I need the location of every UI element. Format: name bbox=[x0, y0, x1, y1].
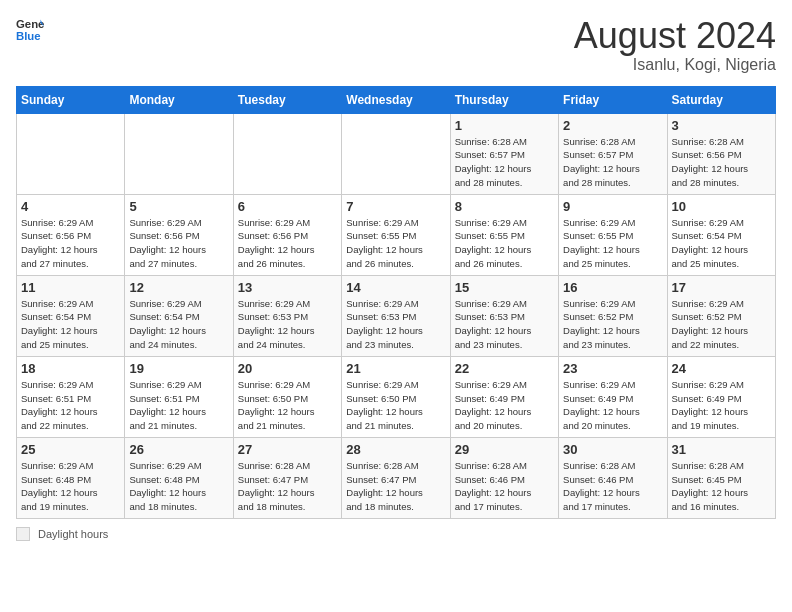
calendar-week-4: 18Sunrise: 6:29 AMSunset: 6:51 PMDayligh… bbox=[17, 356, 776, 437]
calendar-cell bbox=[342, 113, 450, 194]
calendar-cell: 23Sunrise: 6:29 AMSunset: 6:49 PMDayligh… bbox=[559, 356, 667, 437]
day-info: Sunrise: 6:29 AMSunset: 6:55 PMDaylight:… bbox=[346, 216, 445, 271]
day-number: 6 bbox=[238, 199, 337, 214]
day-number: 1 bbox=[455, 118, 554, 133]
calendar-cell: 20Sunrise: 6:29 AMSunset: 6:50 PMDayligh… bbox=[233, 356, 341, 437]
calendar-cell: 28Sunrise: 6:28 AMSunset: 6:47 PMDayligh… bbox=[342, 437, 450, 518]
day-number: 14 bbox=[346, 280, 445, 295]
calendar-week-3: 11Sunrise: 6:29 AMSunset: 6:54 PMDayligh… bbox=[17, 275, 776, 356]
calendar-cell: 12Sunrise: 6:29 AMSunset: 6:54 PMDayligh… bbox=[125, 275, 233, 356]
calendar-cell: 24Sunrise: 6:29 AMSunset: 6:49 PMDayligh… bbox=[667, 356, 775, 437]
day-info: Sunrise: 6:29 AMSunset: 6:49 PMDaylight:… bbox=[563, 378, 662, 433]
day-info: Sunrise: 6:28 AMSunset: 6:57 PMDaylight:… bbox=[563, 135, 662, 190]
calendar-cell bbox=[125, 113, 233, 194]
day-number: 15 bbox=[455, 280, 554, 295]
day-number: 23 bbox=[563, 361, 662, 376]
day-info: Sunrise: 6:29 AMSunset: 6:56 PMDaylight:… bbox=[238, 216, 337, 271]
day-number: 20 bbox=[238, 361, 337, 376]
col-header-wednesday: Wednesday bbox=[342, 86, 450, 113]
day-number: 11 bbox=[21, 280, 120, 295]
calendar-cell: 30Sunrise: 6:28 AMSunset: 6:46 PMDayligh… bbox=[559, 437, 667, 518]
calendar-cell: 10Sunrise: 6:29 AMSunset: 6:54 PMDayligh… bbox=[667, 194, 775, 275]
calendar-cell: 21Sunrise: 6:29 AMSunset: 6:50 PMDayligh… bbox=[342, 356, 450, 437]
day-info: Sunrise: 6:29 AMSunset: 6:49 PMDaylight:… bbox=[455, 378, 554, 433]
logo: General Blue bbox=[16, 16, 44, 44]
day-number: 19 bbox=[129, 361, 228, 376]
day-number: 16 bbox=[563, 280, 662, 295]
day-info: Sunrise: 6:28 AMSunset: 6:46 PMDaylight:… bbox=[563, 459, 662, 514]
day-number: 21 bbox=[346, 361, 445, 376]
calendar-cell: 25Sunrise: 6:29 AMSunset: 6:48 PMDayligh… bbox=[17, 437, 125, 518]
col-header-saturday: Saturday bbox=[667, 86, 775, 113]
day-info: Sunrise: 6:29 AMSunset: 6:54 PMDaylight:… bbox=[672, 216, 771, 271]
day-number: 22 bbox=[455, 361, 554, 376]
day-info: Sunrise: 6:29 AMSunset: 6:49 PMDaylight:… bbox=[672, 378, 771, 433]
day-number: 30 bbox=[563, 442, 662, 457]
day-info: Sunrise: 6:29 AMSunset: 6:54 PMDaylight:… bbox=[21, 297, 120, 352]
day-number: 5 bbox=[129, 199, 228, 214]
day-info: Sunrise: 6:29 AMSunset: 6:52 PMDaylight:… bbox=[672, 297, 771, 352]
calendar-cell: 13Sunrise: 6:29 AMSunset: 6:53 PMDayligh… bbox=[233, 275, 341, 356]
calendar-cell: 31Sunrise: 6:28 AMSunset: 6:45 PMDayligh… bbox=[667, 437, 775, 518]
day-info: Sunrise: 6:29 AMSunset: 6:51 PMDaylight:… bbox=[21, 378, 120, 433]
day-number: 28 bbox=[346, 442, 445, 457]
calendar-cell: 4Sunrise: 6:29 AMSunset: 6:56 PMDaylight… bbox=[17, 194, 125, 275]
day-number: 31 bbox=[672, 442, 771, 457]
day-info: Sunrise: 6:29 AMSunset: 6:56 PMDaylight:… bbox=[21, 216, 120, 271]
calendar-cell: 8Sunrise: 6:29 AMSunset: 6:55 PMDaylight… bbox=[450, 194, 558, 275]
month-year: August 2024 bbox=[574, 16, 776, 56]
location: Isanlu, Kogi, Nigeria bbox=[574, 56, 776, 74]
logo-icon: General Blue bbox=[16, 16, 44, 44]
day-number: 13 bbox=[238, 280, 337, 295]
day-number: 12 bbox=[129, 280, 228, 295]
calendar-cell: 16Sunrise: 6:29 AMSunset: 6:52 PMDayligh… bbox=[559, 275, 667, 356]
calendar-cell: 29Sunrise: 6:28 AMSunset: 6:46 PMDayligh… bbox=[450, 437, 558, 518]
calendar-cell: 5Sunrise: 6:29 AMSunset: 6:56 PMDaylight… bbox=[125, 194, 233, 275]
page-header: General Blue August 2024 Isanlu, Kogi, N… bbox=[16, 16, 776, 74]
calendar-cell: 27Sunrise: 6:28 AMSunset: 6:47 PMDayligh… bbox=[233, 437, 341, 518]
calendar-week-2: 4Sunrise: 6:29 AMSunset: 6:56 PMDaylight… bbox=[17, 194, 776, 275]
day-number: 24 bbox=[672, 361, 771, 376]
day-info: Sunrise: 6:29 AMSunset: 6:56 PMDaylight:… bbox=[129, 216, 228, 271]
day-number: 3 bbox=[672, 118, 771, 133]
calendar-cell bbox=[233, 113, 341, 194]
day-info: Sunrise: 6:28 AMSunset: 6:56 PMDaylight:… bbox=[672, 135, 771, 190]
calendar-cell: 22Sunrise: 6:29 AMSunset: 6:49 PMDayligh… bbox=[450, 356, 558, 437]
col-header-sunday: Sunday bbox=[17, 86, 125, 113]
day-number: 18 bbox=[21, 361, 120, 376]
calendar-cell: 17Sunrise: 6:29 AMSunset: 6:52 PMDayligh… bbox=[667, 275, 775, 356]
day-info: Sunrise: 6:28 AMSunset: 6:47 PMDaylight:… bbox=[346, 459, 445, 514]
day-info: Sunrise: 6:29 AMSunset: 6:50 PMDaylight:… bbox=[346, 378, 445, 433]
day-info: Sunrise: 6:28 AMSunset: 6:46 PMDaylight:… bbox=[455, 459, 554, 514]
calendar-cell: 1Sunrise: 6:28 AMSunset: 6:57 PMDaylight… bbox=[450, 113, 558, 194]
day-number: 9 bbox=[563, 199, 662, 214]
footer: Daylight hours bbox=[16, 527, 776, 541]
calendar-cell: 11Sunrise: 6:29 AMSunset: 6:54 PMDayligh… bbox=[17, 275, 125, 356]
day-info: Sunrise: 6:29 AMSunset: 6:53 PMDaylight:… bbox=[455, 297, 554, 352]
day-number: 25 bbox=[21, 442, 120, 457]
calendar-cell: 14Sunrise: 6:29 AMSunset: 6:53 PMDayligh… bbox=[342, 275, 450, 356]
day-info: Sunrise: 6:29 AMSunset: 6:50 PMDaylight:… bbox=[238, 378, 337, 433]
day-number: 7 bbox=[346, 199, 445, 214]
daylight-label: Daylight hours bbox=[38, 528, 108, 540]
calendar-cell: 7Sunrise: 6:29 AMSunset: 6:55 PMDaylight… bbox=[342, 194, 450, 275]
svg-text:General: General bbox=[16, 18, 44, 30]
daylight-box bbox=[16, 527, 30, 541]
svg-text:Blue: Blue bbox=[16, 30, 41, 42]
day-number: 4 bbox=[21, 199, 120, 214]
calendar-cell: 6Sunrise: 6:29 AMSunset: 6:56 PMDaylight… bbox=[233, 194, 341, 275]
calendar-cell: 26Sunrise: 6:29 AMSunset: 6:48 PMDayligh… bbox=[125, 437, 233, 518]
day-info: Sunrise: 6:28 AMSunset: 6:57 PMDaylight:… bbox=[455, 135, 554, 190]
day-info: Sunrise: 6:29 AMSunset: 6:53 PMDaylight:… bbox=[346, 297, 445, 352]
day-info: Sunrise: 6:29 AMSunset: 6:48 PMDaylight:… bbox=[129, 459, 228, 514]
day-info: Sunrise: 6:29 AMSunset: 6:54 PMDaylight:… bbox=[129, 297, 228, 352]
title-area: August 2024 Isanlu, Kogi, Nigeria bbox=[574, 16, 776, 74]
col-header-thursday: Thursday bbox=[450, 86, 558, 113]
day-info: Sunrise: 6:29 AMSunset: 6:48 PMDaylight:… bbox=[21, 459, 120, 514]
calendar-week-5: 25Sunrise: 6:29 AMSunset: 6:48 PMDayligh… bbox=[17, 437, 776, 518]
day-number: 2 bbox=[563, 118, 662, 133]
calendar-cell: 15Sunrise: 6:29 AMSunset: 6:53 PMDayligh… bbox=[450, 275, 558, 356]
day-number: 26 bbox=[129, 442, 228, 457]
calendar-cell bbox=[17, 113, 125, 194]
calendar-header-row: SundayMondayTuesdayWednesdayThursdayFrid… bbox=[17, 86, 776, 113]
